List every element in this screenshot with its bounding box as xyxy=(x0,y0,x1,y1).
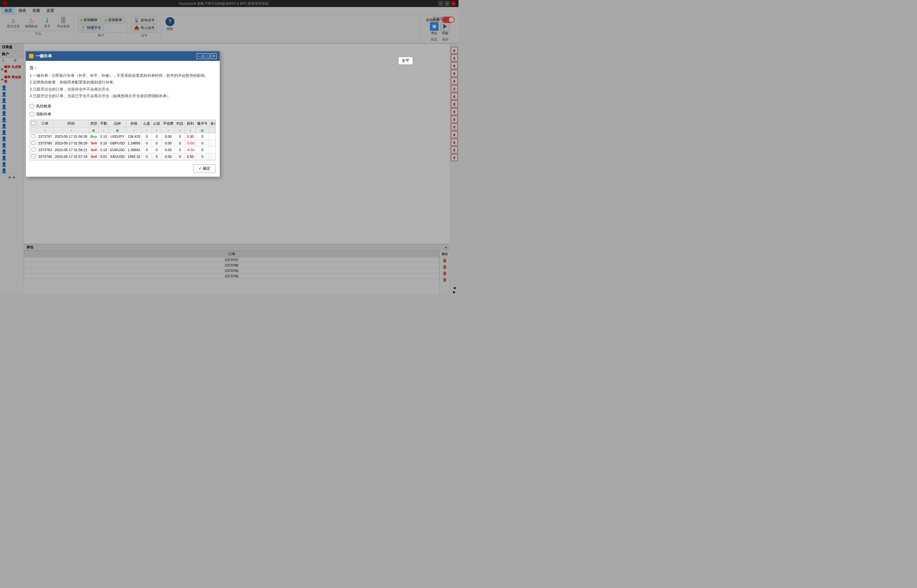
row4-sl: 0 xyxy=(152,153,161,160)
col-time: 时间 xyxy=(53,120,89,127)
modal-dialog: 一键补单 ─ □ ✕ 注： 1 一键补单 - 立即执行补单（补开、补平、补修），… xyxy=(26,51,220,177)
row4-checkbox[interactable] xyxy=(32,154,36,158)
confirm-button[interactable]: ✓ 确定 xyxy=(193,164,216,173)
row2-commission: 0.00 xyxy=(161,140,175,146)
checkbox-risk[interactable] xyxy=(30,104,34,108)
checkbox-risk-label: 风控检查 xyxy=(36,103,51,109)
row4-profit: 0.50 xyxy=(185,153,196,160)
row4-commission: 0.00 xyxy=(161,153,175,160)
table-row-1: 2373797 2023-05-17 01:58:36 Buy 0.10 USD… xyxy=(30,133,216,140)
row2-tp: 0 xyxy=(142,140,152,146)
modal-minimize[interactable]: ─ xyxy=(197,53,202,59)
row2-price: 1.24856 xyxy=(126,140,142,146)
modal-content: 注： 1 一键补单 - 立即执行补单（补开、补平、补修），不受系统设置里的补单时… xyxy=(26,61,220,177)
row1-lots: 0.10 xyxy=(98,133,108,140)
row4-swap: 0 xyxy=(175,153,185,160)
row4-price: 1992.32 xyxy=(126,153,142,160)
modal-maximize[interactable]: □ xyxy=(204,53,210,59)
col-magic: 魔术号 xyxy=(196,120,209,127)
row3-lots: 0.10 xyxy=(98,146,108,153)
modal-titlebar: 一键补单 ─ □ ✕ xyxy=(26,51,220,61)
row4-type: Sell xyxy=(89,153,98,160)
row2-symbol: GBPUSD xyxy=(108,140,126,146)
row1-order: 2373797 xyxy=(37,133,53,140)
checkbox-force-row: 强制补单 xyxy=(30,111,216,117)
modal-table: 订单 时间 类型 手数 品种 价格 止盈 止损 手续费 利息 获利 魔术号 备注 xyxy=(30,120,216,160)
row3-checkbox[interactable] xyxy=(32,148,36,152)
row1-symbol: USDJPY xyxy=(108,133,126,140)
row2-magic: 0 xyxy=(196,140,209,146)
col-type: 类型 xyxy=(89,120,98,127)
row1-swap: 0 xyxy=(175,133,185,140)
row3-magic: 0 xyxy=(196,146,209,153)
checkbox-force-label: 强制补单 xyxy=(36,111,51,117)
col-comment: 备注 xyxy=(209,120,216,127)
col-commission: 手续费 xyxy=(161,120,175,127)
modal-notes: 注： 1 一键补单 - 立即执行补单（补开、补平、补修），不受系统设置里的补单时… xyxy=(30,65,216,100)
flat-all-modal-btn[interactable]: 全平 xyxy=(398,57,413,65)
row1-tp: 0 xyxy=(142,133,152,140)
row4-tp: 0 xyxy=(142,153,152,160)
table-row-3: 2373763 2023-05-17 01:58:21 Sell 0.10 EU… xyxy=(30,146,216,153)
col-swap: 利息 xyxy=(175,120,185,127)
row1-magic: 0 xyxy=(196,133,209,140)
row2-comment xyxy=(209,140,216,146)
row3-type: Sell xyxy=(89,146,98,153)
table-row-4: 2373746 2023-05-17 01:57:19 Sell 0.01 XA… xyxy=(30,153,216,160)
row3-tp: 0 xyxy=(142,146,152,153)
note-3: 3 已跟开过仓的订单，当前持仓中不会再次开仓 xyxy=(30,86,216,93)
row4-magic: 0 xyxy=(196,153,209,160)
col-sl: 止损 xyxy=(152,120,161,127)
note-1: 1 一键补单 - 立即执行补单（补开、补平、补修），不受系统设置里的补单时间，软… xyxy=(30,73,216,79)
row2-order: 2373780 xyxy=(37,140,53,146)
row3-comment xyxy=(209,146,216,153)
row4-comment xyxy=(209,153,216,160)
col-price: 价格 xyxy=(126,120,142,127)
notes-title: 注： xyxy=(30,65,216,72)
row1-price: 136.433 xyxy=(126,133,142,140)
row2-type: Sell xyxy=(89,140,98,146)
table-filter-row: = = ▦ = ▦ = = = = = = ▦ xyxy=(30,127,216,133)
row3-sl: 0 xyxy=(152,146,161,153)
table-row-2: 2373780 2023-05-17 01:58:28 Sell 0.10 GB… xyxy=(30,140,216,146)
row2-checkbox[interactable] xyxy=(32,141,36,145)
row3-swap: 0 xyxy=(175,146,185,153)
col-profit: 获利 xyxy=(185,120,196,127)
col-checkbox xyxy=(30,120,37,127)
row2-lots: 0.10 xyxy=(98,140,108,146)
modal-title-icon xyxy=(29,54,34,58)
modal-footer: ✓ 确定 xyxy=(30,164,216,173)
row3-commission: 0.00 xyxy=(161,146,175,153)
select-all-checkbox[interactable] xyxy=(32,121,36,125)
table-header-row: 订单 时间 类型 手数 品种 价格 止盈 止损 手续费 利息 获利 魔术号 备注 xyxy=(30,120,216,127)
note-4: 4 已跟开过仓的订单，当前已平仓不会再次开仓（如果想再次开仓请启用强制补单） xyxy=(30,93,216,100)
modal-table-area: 订单 时间 类型 手数 品种 价格 止盈 止损 手续费 利息 获利 魔术号 备注 xyxy=(30,120,216,160)
row4-symbol: XAUUSD xyxy=(108,153,126,160)
row4-lots: 0.01 xyxy=(98,153,108,160)
modal-close[interactable]: ✕ xyxy=(211,53,216,59)
col-symbol: 品种 xyxy=(108,120,126,127)
row2-sl: 0 xyxy=(152,140,161,146)
checkbox-risk-row: 风控检查 xyxy=(30,103,216,109)
row3-order: 2373763 xyxy=(37,146,53,153)
row2-time: 2023-05-17 01:58:28 xyxy=(53,140,89,146)
row4-time: 2023-05-17 01:57:19 xyxy=(53,153,89,160)
modal-controls: ─ □ ✕ xyxy=(197,53,216,59)
row2-profit: -5.60 xyxy=(185,140,196,146)
row3-symbol: EURUSD xyxy=(108,146,126,153)
col-lots: 手数 xyxy=(98,120,108,127)
modal-title: 一键补单 xyxy=(36,53,52,59)
row1-time: 2023-05-17 01:58:36 xyxy=(53,133,89,140)
row3-time: 2023-05-17 01:58:21 xyxy=(53,146,89,153)
checkbox-force[interactable] xyxy=(30,112,34,116)
col-tp: 止盈 xyxy=(142,120,152,127)
col-order: 订单 xyxy=(37,120,53,127)
note-2: 2 启用风控检查，则按照单配置里的规则进行补单。 xyxy=(30,79,216,86)
row1-sl: 0 xyxy=(152,133,161,140)
row1-checkbox[interactable] xyxy=(32,134,36,138)
row1-comment xyxy=(209,133,216,140)
row4-order: 2373746 xyxy=(37,153,53,160)
row1-type: Buy xyxy=(89,133,98,140)
row1-commission: 0.00 xyxy=(161,133,175,140)
row2-swap: 0 xyxy=(175,140,185,146)
